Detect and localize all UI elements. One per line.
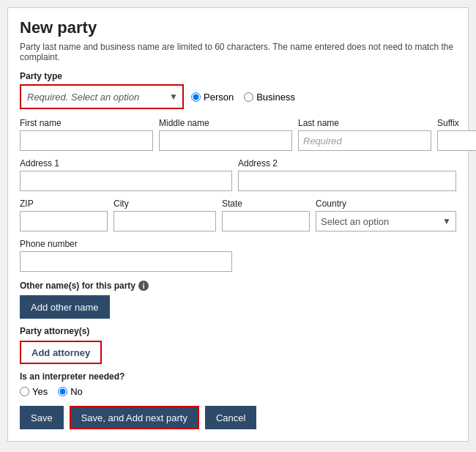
last-name-input[interactable] xyxy=(298,130,431,151)
name-row: First name Middle name Last name Suffix xyxy=(20,118,456,151)
first-name-label: First name xyxy=(20,118,153,128)
last-name-label: Last name xyxy=(298,118,431,128)
state-group: State xyxy=(222,199,310,231)
other-names-info-icon: i xyxy=(138,281,149,291)
other-names-section: Other name(s) for this party i Add other… xyxy=(20,281,456,319)
party-attorneys-section: Party attorney(s) Add attorney xyxy=(20,326,456,364)
party-type-select-wrapper: Required. Select an option ▼ xyxy=(20,84,184,109)
phone-label: Phone number xyxy=(20,239,456,249)
radio-person[interactable] xyxy=(191,92,201,102)
first-name-input[interactable] xyxy=(20,130,153,151)
address-row: Address 1 Address 2 xyxy=(20,158,456,191)
save-and-add-button[interactable]: Save, and Add next party xyxy=(70,406,199,429)
add-other-name-button[interactable]: Add other name xyxy=(20,295,110,319)
radio-person-label[interactable]: Person xyxy=(191,92,234,103)
city-label: City xyxy=(114,199,216,209)
save-button[interactable]: Save xyxy=(20,406,64,429)
suffix-group: Suffix xyxy=(437,118,476,151)
country-group: Country Select an option ▼ xyxy=(316,199,456,231)
radio-business-text: Business xyxy=(256,92,295,103)
interpreter-yes-radio[interactable] xyxy=(20,387,29,396)
radio-person-text: Person xyxy=(204,92,234,103)
phone-row: Phone number xyxy=(20,239,456,272)
interpreter-no-text: No xyxy=(70,386,83,397)
address1-label: Address 1 xyxy=(20,158,232,168)
other-names-label: Other name(s) for this party i xyxy=(20,281,456,291)
address2-group: Address 2 xyxy=(238,158,456,191)
zip-label: ZIP xyxy=(20,199,108,209)
first-name-group: First name xyxy=(20,118,153,151)
interpreter-section: Is an interpreter needed? Yes No xyxy=(20,371,456,397)
party-type-row: Required. Select an option ▼ Person Busi… xyxy=(20,84,456,109)
city-input[interactable] xyxy=(114,211,216,231)
interpreter-label: Is an interpreter needed? xyxy=(20,371,456,382)
interpreter-yes-text: Yes xyxy=(32,386,48,397)
new-party-panel: New party Party last name and business n… xyxy=(7,7,469,442)
suffix-label: Suffix xyxy=(437,118,476,128)
party-type-radio-group: Person Business xyxy=(191,92,295,103)
middle-name-group: Middle name xyxy=(159,118,292,151)
country-label: Country xyxy=(316,199,456,209)
party-type-label: Party type xyxy=(20,71,456,81)
country-select[interactable]: Select an option xyxy=(316,212,455,231)
interpreter-no-radio[interactable] xyxy=(58,387,67,396)
state-label: State xyxy=(222,199,310,209)
zip-group: ZIP xyxy=(20,199,108,231)
subtitle: Party last name and business name are li… xyxy=(20,42,456,62)
page-title: New party xyxy=(20,18,456,37)
radio-business-label[interactable]: Business xyxy=(244,92,295,103)
interpreter-radio-group: Yes No xyxy=(20,386,456,397)
party-type-select[interactable]: Required. Select an option xyxy=(21,86,182,108)
cancel-button[interactable]: Cancel xyxy=(205,406,256,429)
radio-business[interactable] xyxy=(244,92,253,102)
address1-group: Address 1 xyxy=(20,158,232,191)
country-select-wrapper: Select an option ▼ xyxy=(316,211,456,231)
location-row: ZIP City State Country Select an option … xyxy=(20,199,456,231)
middle-name-input[interactable] xyxy=(159,130,292,151)
interpreter-yes-label[interactable]: Yes xyxy=(20,386,48,397)
address1-input[interactable] xyxy=(20,171,232,191)
city-group: City xyxy=(114,199,216,231)
address2-input[interactable] xyxy=(238,171,456,191)
last-name-group: Last name xyxy=(298,118,431,151)
middle-name-label: Middle name xyxy=(159,118,292,128)
interpreter-no-label[interactable]: No xyxy=(58,386,83,397)
phone-group: Phone number xyxy=(20,239,456,272)
zip-input[interactable] xyxy=(20,211,108,231)
bottom-buttons: Save Save, and Add next party Cancel xyxy=(20,406,456,429)
suffix-input[interactable] xyxy=(437,130,476,151)
add-attorney-button[interactable]: Add attorney xyxy=(20,341,102,364)
address2-label: Address 2 xyxy=(238,158,456,168)
state-input[interactable] xyxy=(222,211,310,231)
phone-input[interactable] xyxy=(20,251,232,272)
party-attorneys-label: Party attorney(s) xyxy=(20,326,456,336)
